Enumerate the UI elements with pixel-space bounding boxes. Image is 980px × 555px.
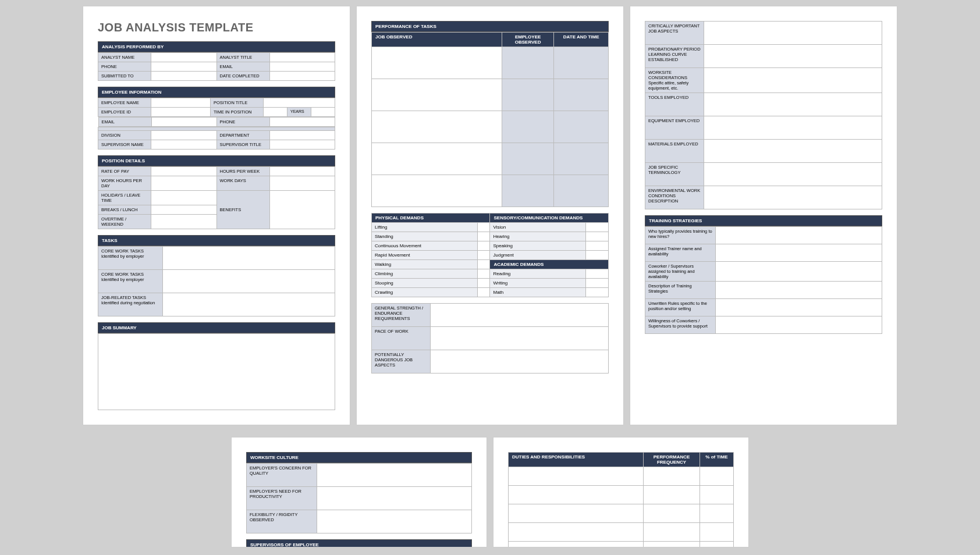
- input-supervisor-name[interactable]: [151, 140, 217, 150]
- obs-row[interactable]: [372, 47, 502, 79]
- duty-freq[interactable]: [644, 467, 700, 486]
- input-employee-name[interactable]: [151, 98, 211, 108]
- input-judgment[interactable]: [585, 251, 608, 260]
- input-breaks[interactable]: [151, 205, 217, 215]
- obs-row[interactable]: [372, 79, 502, 111]
- label-dangerous: POTENTIALLY DANGEROUS JOB ASPECTS: [372, 350, 431, 373]
- input-analyst-title[interactable]: [269, 53, 335, 62]
- duty-pct[interactable]: [700, 504, 733, 523]
- input-math[interactable]: [585, 288, 608, 297]
- input-core-tasks-2[interactable]: [163, 270, 335, 293]
- input-reading[interactable]: [585, 269, 608, 279]
- input-worksite-considerations[interactable]: [704, 68, 882, 93]
- input-vision[interactable]: [585, 223, 608, 232]
- duty-pct[interactable]: [700, 542, 733, 548]
- obs-row[interactable]: [372, 143, 502, 175]
- input-cont-move[interactable]: [477, 241, 490, 251]
- obs-date[interactable]: [554, 143, 609, 175]
- obs-emp[interactable]: [502, 111, 554, 143]
- input-submitted-to[interactable]: [151, 72, 217, 81]
- input-tools[interactable]: [704, 93, 882, 116]
- input-position-title[interactable]: [264, 98, 335, 108]
- input-email[interactable]: [269, 62, 335, 72]
- obs-emp[interactable]: [502, 175, 554, 207]
- obs-emp[interactable]: [502, 47, 554, 79]
- input-core-tasks-1[interactable]: [163, 247, 335, 270]
- input-productivity[interactable]: [317, 487, 472, 510]
- section-performance-tasks: PERFORMANCE OF TASKS: [371, 21, 609, 32]
- input-climbing[interactable]: [477, 269, 490, 279]
- input-dangerous[interactable]: [431, 350, 609, 373]
- table-page3-top: CRITICALLY IMPORTANT JOB ASPECTS PROBATI…: [645, 21, 882, 209]
- input-lifting[interactable]: [477, 223, 490, 232]
- obs-row[interactable]: [372, 175, 502, 207]
- input-training-1[interactable]: [716, 244, 882, 262]
- duty-row[interactable]: [509, 523, 644, 542]
- duty-row[interactable]: [509, 486, 644, 504]
- input-rate-of-pay[interactable]: [151, 167, 217, 176]
- obs-emp[interactable]: [502, 143, 554, 175]
- duty-row[interactable]: [509, 542, 644, 548]
- input-overtime[interactable]: [151, 215, 217, 229]
- duty-pct[interactable]: [700, 486, 733, 504]
- input-analyst-name[interactable]: [151, 53, 217, 62]
- input-rapid-move[interactable]: [477, 251, 490, 260]
- duty-row[interactable]: [509, 504, 644, 523]
- input-work-hours-per-day[interactable]: [151, 176, 217, 191]
- input-months[interactable]: [311, 108, 335, 117]
- input-holidays[interactable]: [151, 191, 217, 205]
- input-benefits[interactable]: [269, 191, 335, 229]
- duty-pct[interactable]: [700, 467, 733, 486]
- input-date-completed[interactable]: [269, 72, 335, 81]
- input-training-2[interactable]: [716, 262, 882, 282]
- duty-freq[interactable]: [644, 542, 700, 548]
- input-critical[interactable]: [704, 22, 882, 45]
- obs-date[interactable]: [554, 79, 609, 111]
- duty-pct[interactable]: [700, 523, 733, 542]
- input-probationary[interactable]: [704, 45, 882, 68]
- input-writing[interactable]: [585, 279, 608, 288]
- input-flexibility[interactable]: [317, 510, 472, 533]
- input-environmental[interactable]: [704, 186, 882, 209]
- input-phone[interactable]: [151, 62, 217, 72]
- input-training-3[interactable]: [716, 282, 882, 299]
- input-materials[interactable]: [704, 140, 882, 163]
- input-equipment[interactable]: [704, 116, 882, 140]
- duty-freq[interactable]: [644, 504, 700, 523]
- input-walking[interactable]: [477, 260, 490, 269]
- duty-freq[interactable]: [644, 486, 700, 504]
- input-stooping[interactable]: [477, 279, 490, 288]
- input-hearing[interactable]: [585, 232, 608, 241]
- input-standing[interactable]: [477, 232, 490, 241]
- input-job-summary[interactable]: [98, 333, 335, 410]
- input-division[interactable]: [151, 131, 217, 140]
- input-years[interactable]: [264, 108, 287, 117]
- input-job-related-tasks[interactable]: [163, 293, 335, 316]
- input-concern-quality[interactable]: [317, 464, 472, 487]
- input-pace[interactable]: [431, 327, 609, 350]
- duty-freq[interactable]: [644, 523, 700, 542]
- input-emp-email[interactable]: [151, 118, 216, 127]
- obs-row[interactable]: [372, 111, 502, 143]
- obs-date[interactable]: [554, 111, 609, 143]
- input-department[interactable]: [269, 131, 335, 140]
- input-supervisor-title[interactable]: [269, 140, 335, 150]
- duty-row[interactable]: [509, 467, 644, 486]
- input-employee-id[interactable]: [151, 108, 211, 117]
- obs-date[interactable]: [554, 47, 609, 79]
- input-hours-per-week[interactable]: [269, 167, 335, 176]
- input-training-4[interactable]: [716, 299, 882, 316]
- input-crawling[interactable]: [477, 288, 490, 297]
- obs-date[interactable]: [554, 175, 609, 207]
- input-emp-phone[interactable]: [269, 118, 335, 127]
- label-email: EMAIL: [216, 62, 269, 72]
- input-endurance[interactable]: [431, 304, 609, 327]
- input-training-5[interactable]: [716, 316, 882, 334]
- label-productivity: EMPLOYER'S NEED FOR PRODUCTIVITY: [247, 487, 317, 510]
- input-speaking[interactable]: [585, 241, 608, 251]
- input-terminology[interactable]: [704, 163, 882, 186]
- input-work-days[interactable]: [269, 176, 335, 191]
- input-training-0[interactable]: [716, 227, 882, 244]
- label-rate-of-pay: RATE OF PAY: [98, 167, 151, 176]
- obs-emp[interactable]: [502, 79, 554, 111]
